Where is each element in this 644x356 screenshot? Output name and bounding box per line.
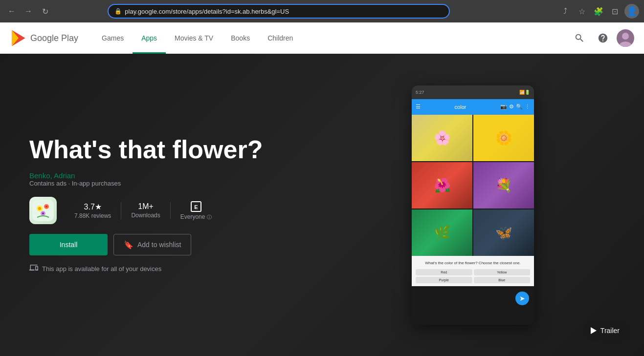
nav-apps[interactable]: Apps	[133, 22, 166, 54]
flower-cell-6: 🦋	[473, 209, 534, 256]
flower-cell-5: 🌿	[412, 209, 472, 256]
search-icon	[574, 33, 585, 43]
main-content: What's that flower? Benko, Adrian Contai…	[0, 54, 644, 356]
svg-point-4	[622, 33, 629, 40]
reviews-label: 7.88K reviews	[74, 212, 111, 219]
address-bar[interactable]: 🔒 play.google.com/store/apps/details?id=…	[108, 4, 450, 19]
help-button[interactable]	[593, 28, 613, 48]
nav-children[interactable]: Children	[259, 22, 302, 54]
trailer-label: Trailer	[600, 327, 620, 335]
nav-movies[interactable]: Movies & TV	[166, 22, 222, 54]
gp-header-actions	[570, 28, 634, 48]
gp-header: Google Play Games Apps Movies & TV Books…	[0, 22, 644, 54]
downloads-value: 1M+	[138, 202, 154, 211]
everyone-icon: E	[190, 201, 202, 212]
app-actions: Install 🔖 Add to wishlist	[29, 234, 347, 255]
play-triangle-icon	[591, 327, 597, 334]
app-icon-svg	[32, 200, 54, 221]
phone-choice-1: Red	[416, 269, 472, 275]
flower-cell-4: 💐	[473, 162, 534, 209]
forward-button[interactable]: →	[22, 4, 35, 18]
devices-svg	[29, 263, 38, 272]
phone-choice-3: Purple	[416, 277, 472, 283]
info-icon: ⓘ	[207, 214, 212, 220]
phone-bottom-panel: What's the color of the flower? Choose t…	[412, 256, 534, 286]
trailer-button[interactable]: Trailer	[583, 320, 629, 341]
app-title: What's that flower?	[29, 136, 347, 164]
help-icon	[598, 33, 608, 43]
rating-value: 3.7★	[84, 202, 102, 211]
svg-rect-6	[32, 200, 54, 221]
reload-button[interactable]: ↻	[38, 4, 52, 18]
phone-choice-2: Yellow	[474, 269, 531, 275]
flower-cell-1: 🌸	[412, 115, 472, 161]
stat-downloads: 1M+ Downloads	[121, 202, 170, 219]
search-button[interactable]	[570, 28, 589, 48]
phone-question: What's the color of the flower? Choose t…	[416, 259, 530, 267]
phone-fab: ➤	[515, 292, 529, 305]
phone-status-bar: 5:27 📶🔋	[412, 85, 534, 99]
stat-rating: 3.7★ 7.88K reviews	[65, 202, 121, 219]
wishlist-label: Add to wishlist	[137, 241, 181, 249]
share-button[interactable]: ⤴	[558, 4, 573, 19]
flower-cell-3: 🌺	[412, 162, 472, 209]
avatar-icon	[617, 29, 634, 47]
nav-books[interactable]: Books	[222, 22, 259, 54]
rating-category-label: Everyone ⓘ	[180, 213, 212, 221]
svg-point-10	[45, 206, 47, 208]
browser-nav-buttons: ← → ↻	[5, 4, 52, 18]
back-button[interactable]: ←	[5, 4, 19, 18]
app-icon	[29, 197, 57, 224]
phone-choices: Red Yellow Purple Blue	[416, 269, 530, 283]
device-text: This app is available for all of your de…	[42, 265, 161, 272]
extensions-button[interactable]: 🧩	[591, 4, 606, 19]
stat-rating-category: E Everyone ⓘ	[171, 201, 222, 221]
gp-logo[interactable]: Google Play	[10, 29, 78, 47]
browser-profile-avatar[interactable]: 👤	[624, 4, 639, 19]
app-screenshot-container: 5:27 📶🔋 ☰ color 📷 ⚙ 🔍 ⋮ 🌸 🌼 🌺	[409, 54, 536, 356]
flower-cell-2: 🌼	[473, 115, 534, 161]
gp-logo-icon	[10, 29, 27, 47]
app-info-panel: What's that flower? Benko, Adrian Contai…	[29, 54, 347, 356]
downloads-label: Downloads	[131, 212, 160, 219]
svg-text:E: E	[194, 204, 198, 210]
bookmark-button[interactable]: ☆	[575, 4, 589, 19]
url-text: play.google.com/store/apps/details?id=sk…	[125, 8, 443, 15]
browser-actions: ⤴ ☆ 🧩 ⊡ 👤	[558, 4, 639, 19]
gp-logo-text: Google Play	[30, 33, 78, 43]
rating-category-icon: E	[190, 201, 202, 212]
browser-chrome: ← → ↻ 🔒 play.google.com/store/apps/detai…	[0, 0, 644, 22]
app-developer[interactable]: Benko, Adrian	[29, 171, 347, 180]
phone-app-title: color	[422, 104, 498, 110]
split-button[interactable]: ⊡	[608, 4, 622, 19]
install-button[interactable]: Install	[29, 234, 108, 255]
device-availability: This app is available for all of your de…	[29, 263, 347, 274]
phone-choice-4: Blue	[474, 277, 531, 283]
svg-point-12	[42, 212, 44, 214]
gp-nav: Games Apps Movies & TV Books Children	[93, 22, 570, 54]
wishlist-button[interactable]: 🔖 Add to wishlist	[113, 234, 191, 255]
rating-text: 3.7★	[84, 202, 102, 211]
gp-user-avatar[interactable]	[617, 29, 634, 47]
svg-point-8	[38, 207, 41, 210]
flower-grid: 🌸 🌼 🌺 💐 🌿 🦋	[412, 115, 534, 256]
app-subtitle: Contains ads · In-app purchases	[29, 180, 347, 187]
phone-toolbar: ☰ color 📷 ⚙ 🔍 ⋮	[412, 99, 534, 115]
rating-category-text: Everyone	[180, 213, 205, 220]
lock-icon: 🔒	[114, 8, 122, 15]
devices-icon	[29, 263, 38, 274]
svg-point-5	[619, 42, 632, 47]
phone-mockup: 5:27 📶🔋 ☰ color 📷 ⚙ 🔍 ⋮ 🌸 🌼 🌺	[412, 85, 534, 325]
app-stats: 3.7★ 7.88K reviews 1M+ Downloads E Every…	[29, 197, 347, 224]
bookmark-icon: 🔖	[124, 240, 133, 250]
nav-games[interactable]: Games	[93, 22, 133, 54]
